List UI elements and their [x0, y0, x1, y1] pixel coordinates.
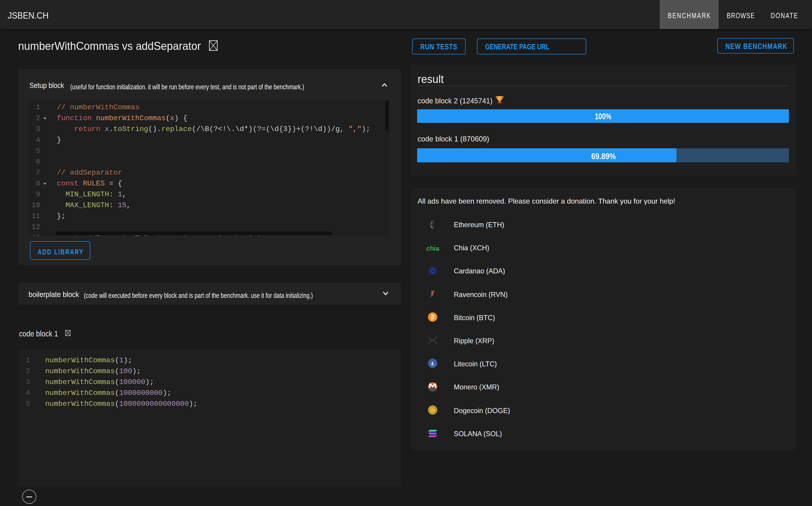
svg-text:Ł: Ł — [431, 361, 434, 366]
svg-text:Đ: Đ — [431, 407, 435, 413]
